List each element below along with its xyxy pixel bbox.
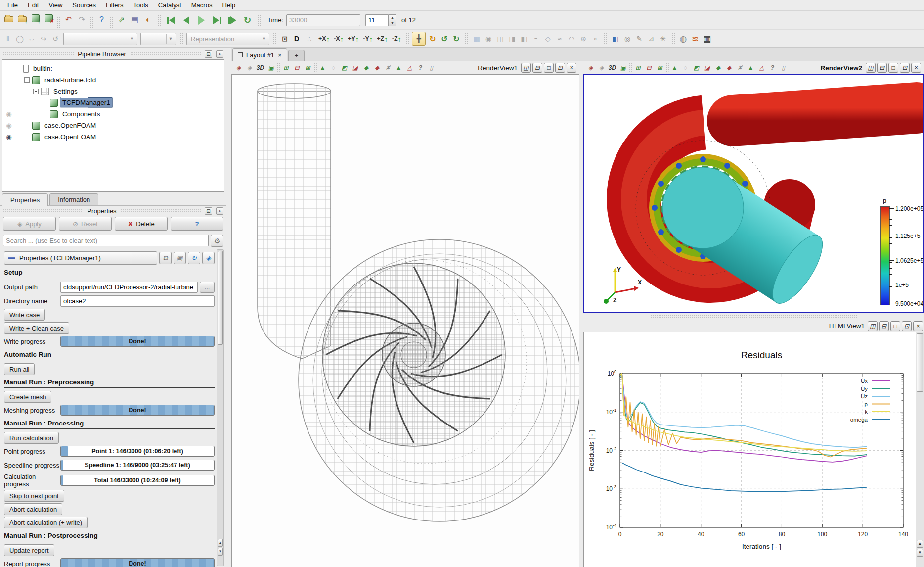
pipeline-item[interactable]: ◉ Components bbox=[2, 108, 224, 120]
paste-properties-button[interactable]: ▣ bbox=[174, 252, 186, 264]
tree-expander[interactable] bbox=[15, 66, 21, 71]
warp-icon[interactable]: ◠ bbox=[566, 33, 577, 45]
spreadsheet-view-icon[interactable]: ◍ bbox=[677, 33, 689, 45]
extract-subset-icon[interactable]: ◓ bbox=[530, 33, 542, 45]
set-view-minus-x-button[interactable]: -X↑ bbox=[332, 32, 346, 45]
link-camera-icon[interactable]: ◈ bbox=[244, 63, 255, 73]
visibility-eye-icon[interactable]: ◉ bbox=[6, 134, 11, 140]
tree-expander[interactable] bbox=[42, 100, 47, 105]
dark-mesh-icon[interactable]: ▦ bbox=[701, 33, 713, 45]
menu-item[interactable]: File bbox=[3, 0, 22, 10]
scrollbar-down-button[interactable]: ▼ bbox=[218, 548, 223, 556]
render-all-icon[interactable]: ▤ bbox=[128, 13, 141, 26]
select-block-icon[interactable]: ✘ bbox=[383, 63, 393, 73]
abort-calculation-write-button[interactable]: Abort calculation (+ write) bbox=[4, 517, 88, 528]
pipeline-item[interactable]: ◉ builtin: bbox=[2, 63, 224, 74]
edit-camera-icon[interactable]: ◈ bbox=[585, 63, 596, 73]
calculator-icon[interactable]: ▦ bbox=[471, 33, 483, 45]
toggle-3d-button[interactable]: 3D bbox=[607, 63, 617, 73]
reset-range-icon[interactable]: ↺ bbox=[49, 33, 61, 45]
menu-item[interactable]: Macros bbox=[187, 0, 217, 10]
toggle-interaction-mode-icon[interactable]: ◧ bbox=[610, 33, 621, 45]
html-view-scrollbar[interactable]: ▲ ▼ bbox=[916, 332, 924, 567]
redo-icon[interactable]: ↷ bbox=[75, 13, 88, 26]
tree-expander[interactable] bbox=[33, 89, 39, 94]
reset-button[interactable]: ⊘Reset bbox=[59, 217, 112, 231]
abort-calculation-button[interactable]: Abort calculation bbox=[4, 503, 62, 515]
reset-camera-rotation-icon[interactable]: ↻ bbox=[450, 33, 462, 45]
toggle-3d-button[interactable]: 3D bbox=[255, 63, 265, 73]
create-mesh-button[interactable]: Create mesh bbox=[4, 391, 51, 403]
split-vertical-button[interactable]: ⊟ bbox=[879, 321, 889, 331]
select-surface-points-icon[interactable]: ◌ bbox=[680, 63, 691, 73]
maximize-button[interactable]: □ bbox=[890, 321, 900, 331]
previous-frame-button[interactable] bbox=[178, 13, 194, 27]
interactive-select-cells-icon[interactable]: ▲ bbox=[746, 63, 756, 73]
time-input[interactable] bbox=[286, 14, 360, 26]
color-palette-icon[interactable]: ◐ bbox=[141, 13, 155, 27]
stream-tracer-icon[interactable]: ≈ bbox=[554, 33, 566, 45]
float-button[interactable]: ⊡ bbox=[555, 63, 565, 73]
scrollbar-down-button[interactable]: ▼ bbox=[917, 549, 923, 557]
write-case-button[interactable]: Write case bbox=[4, 309, 45, 321]
select-frustum-cells-icon[interactable]: ◩ bbox=[339, 63, 350, 73]
maximize-button[interactable]: □ bbox=[888, 63, 898, 73]
output-path-input[interactable] bbox=[60, 282, 198, 293]
zoom-to-box-icon[interactable]: ⊞ bbox=[281, 63, 291, 73]
select-polygon-points-icon[interactable]: ◆ bbox=[372, 63, 382, 73]
split-vertical-button[interactable]: ⊟ bbox=[532, 63, 542, 73]
pipeline-item[interactable]: ◉ Settings bbox=[2, 86, 224, 97]
snap-axes-icon[interactable]: ✳ bbox=[657, 33, 669, 45]
write-clean-case-button[interactable]: Write + Clean case bbox=[4, 322, 69, 334]
zoom-to-data-icon[interactable]: ⊟ bbox=[292, 63, 302, 73]
render-view-2-viewport[interactable]: p 1.200e+05 1.125e+5 1.0625e+5 1e+ bbox=[583, 74, 924, 313]
pipeline-item[interactable]: ◉ case.OpenFOAM bbox=[2, 120, 224, 131]
search-input[interactable] bbox=[3, 235, 209, 246]
select-polygon-points-icon[interactable]: ◆ bbox=[724, 63, 734, 73]
save-data-icon[interactable] bbox=[15, 12, 29, 25]
component-combo[interactable]: ▼ bbox=[140, 33, 176, 45]
zoom-to-box-icon[interactable]: ⊞ bbox=[633, 63, 643, 73]
menu-item[interactable]: Filters bbox=[101, 0, 128, 10]
tree-expander[interactable] bbox=[24, 134, 30, 140]
adjust-color-map-icon[interactable]: ◎ bbox=[621, 33, 633, 45]
zoom-to-data-icon[interactable]: ⊡ bbox=[279, 33, 291, 45]
last-frame-button[interactable] bbox=[224, 13, 240, 27]
layout-tab[interactable]: Layout #1 × bbox=[232, 48, 287, 61]
reset-camera-icon[interactable]: ⊠ bbox=[655, 63, 665, 73]
spin-up-icon[interactable]: ▲ bbox=[389, 15, 396, 20]
set-view-minus-y-button[interactable]: -Y↑ bbox=[361, 32, 375, 45]
scrollbar-thumb[interactable] bbox=[917, 333, 923, 392]
sphere-source-icon[interactable]: ◯ bbox=[14, 33, 26, 45]
contour-icon[interactable]: ◉ bbox=[483, 33, 494, 45]
horizontal-splitter[interactable] bbox=[583, 313, 924, 320]
reset-camera-icon[interactable]: ⊠ bbox=[303, 63, 313, 73]
dock-float-button[interactable]: ⊡ bbox=[205, 207, 212, 215]
split-vertical-button[interactable]: ⊟ bbox=[877, 63, 887, 73]
select-surface-points-icon[interactable]: ◌ bbox=[328, 63, 339, 73]
visibility-eye-icon[interactable]: ◉ bbox=[6, 122, 11, 129]
dock-close-button[interactable]: × bbox=[216, 50, 223, 58]
scrollbar-up-button[interactable]: ▲ bbox=[218, 539, 223, 547]
select-frustum-points-icon[interactable]: ◪ bbox=[350, 63, 360, 73]
delete-button[interactable]: ✘Delete bbox=[115, 217, 168, 231]
edit-camera-icon[interactable]: ◈ bbox=[233, 63, 244, 73]
threshold-icon[interactable]: ◧ bbox=[518, 33, 530, 45]
update-report-button[interactable]: Update report bbox=[4, 544, 54, 556]
select-block-icon[interactable]: ✘ bbox=[735, 63, 745, 73]
select-frustum-cells-icon[interactable]: ◩ bbox=[691, 63, 702, 73]
spin-down-icon[interactable]: ▼ bbox=[389, 20, 396, 26]
select-polygon-cells-icon[interactable]: ◆ bbox=[713, 63, 723, 73]
menu-item[interactable]: Tools bbox=[129, 0, 152, 10]
auto-apply-icon[interactable]: ⇗ bbox=[115, 13, 128, 26]
properties-group-header[interactable]: Properties (TCFDManager1) bbox=[4, 251, 157, 265]
clear-selection-icon[interactable]: ▯ bbox=[426, 63, 437, 73]
directory-name-input[interactable] bbox=[60, 295, 215, 307]
follow-data-icon[interactable]: ↪ bbox=[38, 33, 49, 45]
menu-item[interactable]: View bbox=[44, 0, 67, 10]
apply-button[interactable]: ◈Apply bbox=[3, 217, 56, 231]
close-button[interactable]: × bbox=[913, 321, 923, 331]
help-button[interactable]: ? bbox=[171, 217, 223, 231]
float-button[interactable]: ⊡ bbox=[900, 63, 910, 73]
slice-icon[interactable]: ◨ bbox=[506, 33, 518, 45]
